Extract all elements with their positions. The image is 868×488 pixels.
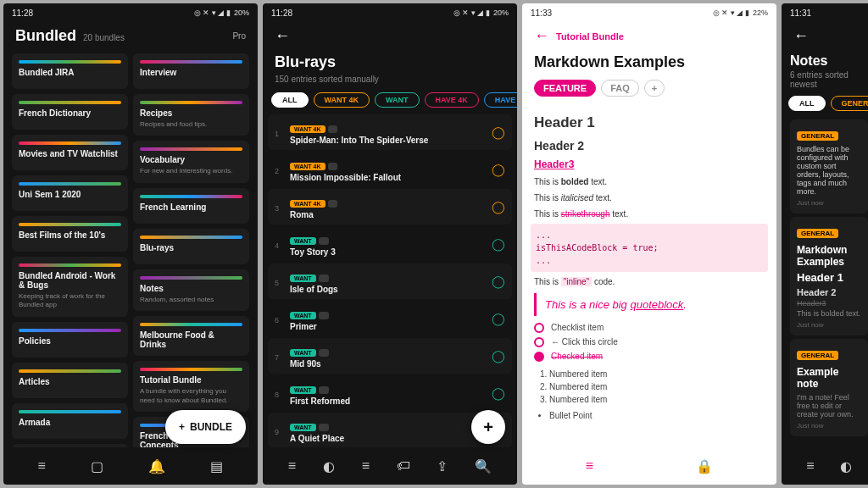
back-icon[interactable]: ← xyxy=(275,27,290,45)
share-icon[interactable]: ⇪ xyxy=(437,458,448,474)
bundle-card[interactable]: VocabularyFor new and interesting words. xyxy=(133,141,249,182)
screen-markdown: 11:33 ◎ ✕ ▾ ◢ ▮22% ← Tutorial Bundle Mar… xyxy=(522,3,776,485)
menu-icon[interactable]: ≡ xyxy=(38,458,46,474)
bundle-card[interactable]: Melbourne Food & Drinks xyxy=(133,316,249,356)
note-card[interactable]: GENERALMarkdown ExamplesHeader 1Header 2… xyxy=(790,217,868,336)
bundle-card[interactable]: Uni Sem 1 2020 xyxy=(12,175,128,211)
bundle-card[interactable]: Movies and TV Watchlist xyxy=(12,135,128,170)
code-block: ...isThisACodeBlock = true;... xyxy=(531,224,768,272)
status-bar: 11:28 ◎ ✕ ▾ ◢ ▮20% xyxy=(3,3,258,22)
back-icon[interactable]: ← xyxy=(534,27,549,45)
blockquote: This is a nice big quoteblock. xyxy=(534,293,765,317)
entry-row[interactable]: 6WANT Primer◯ xyxy=(268,301,512,336)
chip-faq[interactable]: FAQ xyxy=(601,80,639,97)
bundle-title: Notes xyxy=(790,53,868,69)
entry-count: 150 entries sorted manually xyxy=(263,75,517,89)
bundle-card[interactable]: Policies xyxy=(12,322,128,358)
lock-icon[interactable]: 🔒 xyxy=(696,458,713,474)
doc-icon[interactable]: ▤ xyxy=(210,458,223,474)
filter-chip[interactable]: WANT xyxy=(375,92,420,108)
app-title: Bundled xyxy=(15,27,76,45)
bundle-card[interactable]: Articles xyxy=(12,363,128,398)
checkbox-icon xyxy=(534,337,544,347)
pro-badge[interactable]: Pro xyxy=(232,31,246,41)
bundle-card[interactable]: RecipesRecipes and food tips. xyxy=(133,94,249,136)
filter-chip[interactable]: HAVE 4K xyxy=(425,92,479,108)
entry-row[interactable]: 4WANT Toy Story 3◯ xyxy=(268,226,512,262)
archive-icon[interactable]: ▢ xyxy=(91,458,103,474)
entry-row[interactable]: 1WANT 4K Spider-Man: Into The Spider-Ver… xyxy=(268,114,512,150)
h3: Header3 xyxy=(534,157,765,172)
chip-feature[interactable]: FEATURE xyxy=(534,80,596,97)
screen-entries: 11:28 ◎ ✕ ▾ ◢ ▮20% ← Blu-rays 150 entrie… xyxy=(263,3,517,485)
bundle-card[interactable]: Interview xyxy=(133,53,249,89)
menu-icon[interactable]: ≡ xyxy=(806,458,814,474)
breadcrumb[interactable]: Tutorial Bundle xyxy=(556,31,624,42)
bundle-card[interactable]: Tutorial BundleA bundle with everything … xyxy=(133,361,249,412)
bundle-card[interactable]: Bundled JIRA xyxy=(12,53,128,89)
menu-icon[interactable]: ≡ xyxy=(586,458,593,474)
h2: Header 2 xyxy=(534,137,765,155)
bundle-title: Blu-rays xyxy=(275,53,505,71)
filter-chip[interactable]: WANT 4K xyxy=(314,92,370,108)
sort-icon[interactable]: ≡ xyxy=(362,458,370,474)
back-icon[interactable]: ← xyxy=(793,27,809,45)
entry-row[interactable]: 5WANT Isle of Dogs◯ xyxy=(268,263,512,299)
filter-chip[interactable]: ALL xyxy=(271,92,309,108)
checkbox-icon xyxy=(534,323,544,333)
fab-add[interactable]: + xyxy=(471,410,505,444)
bundle-card[interactable]: Blu-rays xyxy=(133,229,249,264)
bell-icon[interactable]: 🔔 xyxy=(148,458,165,474)
bundle-card[interactable]: French Learning xyxy=(133,188,249,224)
note-title: Markdown Examples xyxy=(534,53,765,71)
tag-icon[interactable]: 🏷 xyxy=(397,458,410,474)
screen-notes: 11:31 ← Notes 6 entries sorted newest AL… xyxy=(782,3,868,485)
entry-row[interactable]: 2WANT 4K Mission Impossible: Fallout◯ xyxy=(268,152,512,187)
pie-icon[interactable]: ◐ xyxy=(840,458,852,474)
note-card[interactable]: GENERALBundles can be configured with cu… xyxy=(790,119,868,214)
bundle-count: 20 bundles xyxy=(83,33,125,42)
bottom-nav: ≡ ▢ 🔔 ▤ xyxy=(3,447,258,485)
bundle-card[interactable]: French Dictionary xyxy=(12,94,128,130)
entry-row[interactable]: 8WANT First Reformed◯ xyxy=(268,375,512,411)
chip-add[interactable]: + xyxy=(644,80,665,97)
bundle-card[interactable]: Best Films of the 10's xyxy=(12,216,128,252)
menu-icon[interactable]: ≡ xyxy=(288,458,296,474)
bundle-card[interactable]: Bundled Android - Work & BugsKeeping tra… xyxy=(12,257,128,317)
pie-icon[interactable]: ◐ xyxy=(323,458,335,474)
bundle-card[interactable]: NotesRandom, assorted notes xyxy=(133,269,249,311)
filter-chip[interactable]: HAVE xyxy=(484,92,517,108)
note-card[interactable]: GENERALExample noteI'm a note! Feel free… xyxy=(790,339,868,436)
checkbox-checked-icon xyxy=(534,352,544,362)
entry-row[interactable]: 3WANT 4K Roma◯ xyxy=(268,189,512,225)
search-icon[interactable]: 🔍 xyxy=(475,458,492,474)
h1: Header 1 xyxy=(534,112,765,134)
fab-new-bundle[interactable]: +BUNDLE xyxy=(165,410,246,444)
entry-row[interactable]: 7WANT Mid 90s◯ xyxy=(268,338,512,374)
screen-bundles: 11:28 ◎ ✕ ▾ ◢ ▮20% Bundled 20 bundles Pr… xyxy=(3,3,258,485)
bundle-card[interactable]: Armada xyxy=(12,403,128,439)
